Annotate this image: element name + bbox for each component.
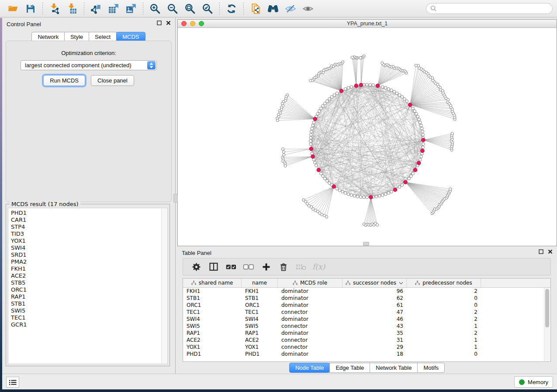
mcds-result-item[interactable]: PHD1 — [8, 210, 161, 217]
show-all-button[interactable] — [299, 2, 317, 16]
table-row[interactable]: SWI4SWI4dominator462 — [183, 316, 550, 323]
select-all-button[interactable] — [223, 260, 239, 273]
table-cell[interactable]: FKH1 — [183, 288, 242, 295]
float-panel-icon[interactable] — [539, 249, 543, 254]
function-builder-button[interactable]: f(x) — [311, 262, 325, 271]
vertical-splitter-handle[interactable] — [173, 194, 178, 203]
network-graph[interactable] — [178, 28, 557, 246]
table-cell[interactable]: STB1 — [183, 295, 242, 302]
table-row[interactable]: STB1STB1dominator620 — [183, 295, 550, 302]
column-header-name[interactable]: name — [242, 279, 278, 287]
float-panel-icon[interactable] — [157, 21, 162, 25]
mcds-result-item[interactable]: ORC1 — [8, 286, 161, 293]
delete-columns-button[interactable] — [276, 260, 291, 273]
hide-selected-button[interactable] — [282, 2, 299, 16]
deselect-all-button[interactable] — [241, 260, 256, 273]
tab-node-table[interactable]: Node Table — [289, 363, 330, 373]
refresh-button[interactable] — [223, 2, 240, 16]
table-cell[interactable]: 61 — [343, 302, 407, 309]
table-cell[interactable]: 2 — [407, 309, 481, 316]
table-scrollbar[interactable] — [544, 288, 550, 361]
table-cell[interactable]: ACE2 — [183, 337, 242, 344]
import-network-button[interactable] — [46, 2, 63, 16]
table-cell[interactable]: 0 — [407, 351, 481, 358]
table-cell[interactable]: 0 — [407, 295, 481, 302]
table-cell[interactable]: 43 — [343, 323, 407, 330]
new-network-from-selection-button[interactable] — [247, 2, 264, 16]
table-row[interactable]: ACE2ACE2connector311 — [183, 337, 550, 344]
table-cell[interactable]: SWI5 — [183, 323, 242, 330]
table-cell[interactable]: 29 — [343, 344, 407, 351]
mcds-list-scrollbar[interactable] — [161, 208, 167, 364]
mcds-result-item[interactable]: SWI5 — [8, 307, 161, 314]
mcds-result-item[interactable]: STB1 — [8, 300, 161, 307]
table-cell[interactable]: dominator — [278, 295, 343, 302]
table-cell[interactable]: YOX1 — [183, 344, 242, 351]
table-cell[interactable]: connector — [278, 344, 343, 351]
table-cell[interactable]: 1 — [407, 344, 481, 351]
table-cell[interactable]: SWI4 — [242, 316, 278, 323]
column-header-predecessor-nodes[interactable]: predecessor nodes — [407, 279, 481, 287]
open-file-button[interactable] — [4, 2, 22, 16]
delete-table-button[interactable] — [293, 260, 309, 273]
table-cell[interactable]: 18 — [343, 351, 407, 358]
table-cell[interactable]: RAP1 — [242, 330, 278, 337]
add-column-button[interactable] — [258, 260, 274, 273]
mcds-result-item[interactable]: RAP1 — [8, 293, 161, 300]
close-panel-icon[interactable] — [548, 249, 553, 254]
table-cell[interactable]: dominator — [278, 316, 343, 323]
mcds-result-item[interactable]: TEC1 — [8, 314, 161, 321]
mcds-result-item[interactable]: SRD1 — [8, 251, 161, 258]
select-first-neighbors-button[interactable] — [264, 2, 282, 16]
table-cell[interactable]: ORC1 — [183, 302, 242, 309]
mcds-result-item[interactable]: GCR1 — [8, 321, 161, 328]
table-cell[interactable]: 2 — [407, 316, 481, 323]
mcds-result-item[interactable]: TID3 — [8, 230, 161, 237]
table-cell[interactable]: STB1 — [242, 295, 278, 302]
zoom-out-button[interactable] — [164, 2, 181, 16]
mcds-result-item[interactable]: CAR1 — [8, 217, 161, 224]
tab-edge-table[interactable]: Edge Table — [329, 363, 370, 373]
table-cell[interactable]: dominator — [278, 330, 343, 337]
zoom-in-button[interactable] — [146, 2, 164, 16]
mcds-result-list[interactable]: PHD1CAR1STP4TID3YOX1SWI4SRD1PMA2FKH1ACE2… — [8, 208, 168, 364]
table-cell[interactable]: PHD1 — [242, 351, 278, 358]
table-cell[interactable]: dominator — [278, 288, 343, 295]
close-panel-icon[interactable] — [166, 21, 171, 25]
run-mcds-button[interactable]: Run MCDS — [43, 75, 85, 86]
table-cell[interactable]: connector — [278, 323, 343, 330]
table-cell[interactable]: 31 — [343, 337, 407, 344]
table-cell[interactable]: 2 — [407, 288, 481, 295]
zoom-selected-button[interactable] — [199, 2, 216, 16]
table-row[interactable]: ORC1ORC1dominator610 — [183, 302, 550, 309]
table-cell[interactable]: FKH1 — [242, 288, 278, 295]
column-header-mcds-role[interactable]: MCDS role — [278, 279, 343, 287]
zoom-fit-button[interactable] — [181, 2, 199, 16]
table-cell[interactable]: ACE2 — [242, 337, 278, 344]
tab-motifs[interactable]: Motifs — [417, 363, 445, 373]
export-image-button[interactable] — [122, 2, 140, 16]
table-cell[interactable]: connector — [278, 337, 343, 344]
mcds-result-item[interactable]: SWI4 — [8, 244, 161, 251]
table-cell[interactable]: TEC1 — [242, 309, 278, 316]
table-cell[interactable]: YOX1 — [242, 344, 278, 351]
task-history-button[interactable] — [6, 377, 19, 388]
table-row[interactable]: FKH1FKH1dominator962 — [183, 288, 550, 295]
criterion-select[interactable]: largest connected component (undirected) — [21, 60, 157, 70]
memory-button[interactable]: Memory — [514, 376, 553, 388]
table-cell[interactable]: dominator — [278, 351, 343, 358]
network-canvas[interactable] — [178, 28, 557, 246]
table-cell[interactable]: dominator — [278, 302, 343, 309]
table-cell[interactable]: 0 — [407, 302, 481, 309]
horizontal-splitter-handle[interactable] — [363, 242, 369, 246]
mcds-result-item[interactable]: STP4 — [8, 224, 161, 230]
table-cell[interactable]: SWI5 — [242, 323, 278, 330]
table-cell[interactable]: RAP1 — [183, 330, 242, 337]
mcds-result-item[interactable]: PMA2 — [8, 258, 161, 265]
table-cell[interactable]: 2 — [407, 330, 481, 337]
mcds-result-item[interactable]: FKH1 — [8, 265, 161, 272]
network-window-titlebar[interactable]: YPA_prune.txt_1 — [178, 20, 557, 28]
table-row[interactable]: RAP1RAP1dominator352 — [183, 330, 550, 337]
mcds-result-item[interactable]: YOX1 — [8, 237, 161, 244]
table-scrollbar-thumb[interactable] — [545, 289, 549, 327]
